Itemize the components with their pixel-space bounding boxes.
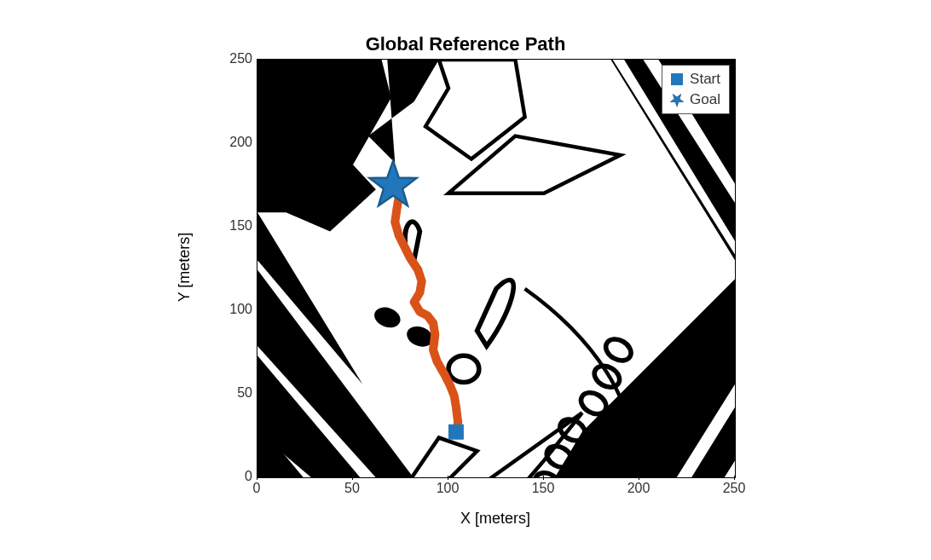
- y-tick-label: 100: [229, 302, 252, 317]
- legend-entry-goal: Goal: [669, 89, 720, 110]
- y-tick-label: 200: [229, 135, 252, 150]
- x-tick-label: 200: [627, 481, 651, 496]
- axes: Start Goal: [257, 59, 736, 478]
- x-tick-label: 150: [532, 481, 555, 496]
- legend-label: Start: [690, 71, 720, 88]
- figure: Global Reference Path: [167, 33, 764, 528]
- x-tick-label: 0: [253, 481, 261, 496]
- goal-marker: [369, 160, 416, 205]
- x-axis-label: X [meters]: [257, 510, 734, 528]
- y-axis-label: Y [meters]: [174, 59, 195, 476]
- y-tick-label: 150: [229, 218, 252, 234]
- x-tick-label: 100: [437, 481, 460, 496]
- legend-entry-start: Start: [669, 69, 720, 89]
- reference-path-line: [393, 185, 458, 431]
- y-tick-label: 250: [229, 51, 252, 66]
- legend-label: Goal: [690, 91, 720, 108]
- square-icon: [669, 73, 685, 85]
- x-tick-label: 250: [723, 481, 746, 496]
- x-tick-label: 50: [344, 481, 360, 496]
- y-tick-label: 50: [237, 385, 252, 401]
- star-icon: [669, 91, 685, 108]
- chart-title: Global Reference Path: [167, 33, 764, 55]
- start-marker: [448, 424, 464, 439]
- legend: Start Goal: [662, 65, 730, 114]
- path-overlay: [257, 60, 735, 478]
- y-tick-label: 0: [245, 469, 252, 484]
